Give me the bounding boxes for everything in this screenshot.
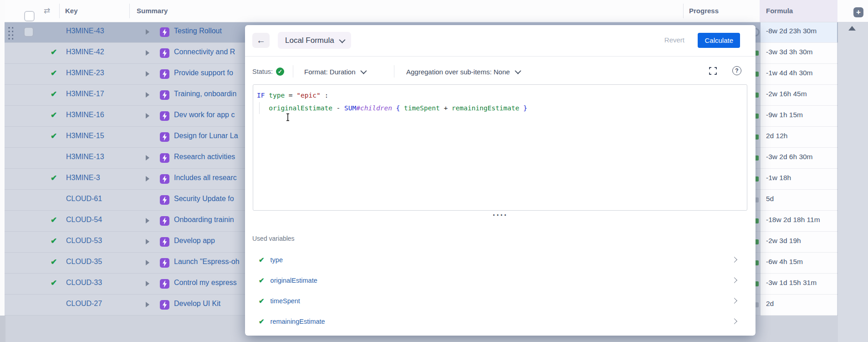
formula-cell[interactable]: -3w 3d 3h 30m (761, 43, 837, 64)
issue-summary[interactable]: Includes all researc (174, 174, 237, 182)
column-header-formula[interactable]: Formula (766, 7, 793, 15)
issue-summary[interactable]: Security Update fo (174, 195, 234, 203)
column-header-formula-cell[interactable]: Formula (760, 0, 837, 22)
formula-title-dropdown[interactable]: Local Formula (278, 32, 351, 49)
issue-summary[interactable]: Control my espress (174, 279, 237, 287)
formula-cell[interactable]: -2w 3d 19h (761, 232, 837, 253)
expand-arrow-icon[interactable] (146, 218, 149, 223)
formula-value: -2w 3d 19h (766, 237, 801, 245)
used-variable-row[interactable]: ✔type (250, 249, 751, 270)
formula-value: -1w 18h (766, 174, 791, 182)
issue-key[interactable]: CLOUD-33 (66, 279, 102, 287)
issue-key[interactable]: CLOUD-27 (66, 300, 102, 308)
expand-arrow-icon[interactable] (146, 176, 149, 181)
vertical-scrollbar[interactable] (838, 22, 868, 342)
formula-cell[interactable]: -8w 2d 23h 30m (761, 22, 837, 43)
issue-summary[interactable]: Provide support fo (174, 69, 233, 77)
help-icon[interactable]: ? (732, 66, 741, 75)
issue-key[interactable]: H3MINE-23 (66, 69, 104, 77)
row-checkbox[interactable] (24, 27, 34, 37)
formula-cell[interactable]: -3w 2d 6h 30m (761, 148, 837, 169)
expand-arrow-icon[interactable] (146, 155, 149, 161)
issue-summary[interactable]: Develop app (174, 237, 215, 245)
issue-key[interactable]: H3MINE-16 (66, 111, 104, 119)
issue-key[interactable]: H3MINE-43 (66, 27, 104, 35)
formula-value: 2d (766, 300, 774, 308)
formula-cell[interactable]: -3w 1d 15h 31m (761, 274, 837, 295)
empty-area-gutter (0, 316, 5, 342)
expand-arrow-icon[interactable] (146, 260, 149, 265)
code-token: + (440, 104, 452, 112)
issue-summary[interactable]: Onboarding trainin (174, 216, 234, 224)
calculate-button[interactable]: Calculate (698, 33, 740, 48)
issue-key[interactable]: H3MINE-17 (66, 90, 104, 98)
expand-arrow-icon[interactable] (146, 302, 149, 307)
column-header-progress[interactable]: Progress (689, 7, 719, 15)
formula-editor-code: IF type = "epic" : originalEstimate - SU… (257, 89, 527, 114)
formula-cell[interactable]: -1w 18h (761, 169, 837, 190)
revert-button[interactable]: Revert (664, 36, 684, 44)
issue-summary[interactable]: Research activities (174, 153, 235, 161)
issue-summary[interactable]: Develop UI Kit (174, 300, 220, 308)
formula-cell[interactable]: 5d (761, 190, 837, 211)
column-header-summary[interactable]: Summary (137, 7, 168, 15)
swap-columns-icon[interactable]: ⇄ (44, 6, 50, 16)
used-variable-row[interactable]: ✔originalEstimate (250, 270, 751, 290)
formula-cell[interactable]: -18w 2d 18h 11m (761, 211, 837, 232)
formula-cell[interactable]: 2d 12h (761, 127, 837, 148)
expand-arrow-icon[interactable] (146, 71, 149, 77)
column-header-key[interactable]: Key (65, 7, 78, 15)
issue-summary[interactable]: Testing Rollout (174, 27, 222, 35)
issue-summary[interactable]: Design for Lunar La (174, 132, 238, 140)
formula-editor[interactable]: IF type = "epic" : originalEstimate - SU… (253, 84, 747, 211)
issue-key[interactable]: H3MINE-3 (66, 174, 100, 182)
issue-key[interactable]: H3MINE-15 (66, 132, 104, 140)
status-label: Status: (252, 68, 273, 75)
chevron-right-icon (731, 277, 737, 283)
code-token: - (332, 104, 344, 112)
aggregation-dropdown[interactable]: Aggregation over sub-items: None (406, 66, 520, 77)
expand-arrow-icon[interactable] (146, 281, 149, 286)
formula-cell[interactable]: -9w 1h 15m (761, 106, 837, 127)
expand-arrow-icon[interactable] (146, 29, 149, 35)
formula-cell[interactable]: 2d (761, 295, 837, 316)
scroll-up-arrow-icon[interactable] (848, 26, 856, 31)
structure-board: ⇄ Key Summary Progress Formula + H3MINE-… (0, 0, 868, 342)
issue-key[interactable]: H3MINE-13 (66, 153, 104, 161)
expand-arrow-icon[interactable] (146, 239, 149, 244)
issue-key[interactable]: CLOUD-35 (66, 258, 102, 266)
format-dropdown[interactable]: Format: Duration (304, 66, 365, 77)
formula-cell[interactable]: -1w 4d 4h 30m (761, 64, 837, 85)
select-all-checkbox[interactable] (24, 11, 35, 21)
resize-handle[interactable]: ···· (245, 210, 756, 220)
issue-summary[interactable]: Dev work for app c (174, 111, 235, 119)
aggregation-label: Aggregation over sub-items: None (406, 68, 510, 76)
expand-arrow-icon[interactable] (146, 92, 149, 98)
epic-icon (160, 90, 169, 100)
code-token (257, 104, 269, 112)
expand-arrow-icon[interactable] (146, 50, 149, 56)
issue-key[interactable]: CLOUD-54 (66, 216, 102, 224)
issue-summary[interactable]: Launch "Espress-oh (174, 258, 240, 266)
issue-key[interactable]: CLOUD-61 (66, 195, 102, 203)
issue-summary[interactable]: Connectivity and R (174, 48, 235, 56)
code-token: type (269, 92, 289, 99)
fullscreen-icon[interactable] (709, 67, 717, 77)
issue-summary[interactable]: Training, onboardin (174, 90, 236, 98)
variable-name: originalEstimate (271, 277, 317, 284)
formula-cell[interactable]: -6w 4h 15m (761, 253, 837, 274)
issue-key[interactable]: H3MINE-42 (66, 48, 104, 56)
add-column-button[interactable]: + (853, 7, 863, 17)
formula-cell[interactable]: -2w 16h 45m (761, 85, 837, 106)
issue-key[interactable]: CLOUD-53 (66, 237, 102, 245)
epic-icon (160, 132, 169, 142)
done-check-icon: ✔ (51, 257, 57, 267)
used-variable-row[interactable]: ✔timeSpent (250, 290, 751, 311)
chevron-down-icon (360, 68, 367, 74)
epic-icon (160, 174, 169, 184)
back-button[interactable]: ← (252, 33, 270, 48)
used-variable-row[interactable]: ✔remainingEstimate (250, 311, 751, 332)
formula-value: 5d (766, 195, 774, 203)
drag-handle-icon[interactable] (7, 26, 13, 40)
expand-arrow-icon[interactable] (146, 113, 149, 119)
